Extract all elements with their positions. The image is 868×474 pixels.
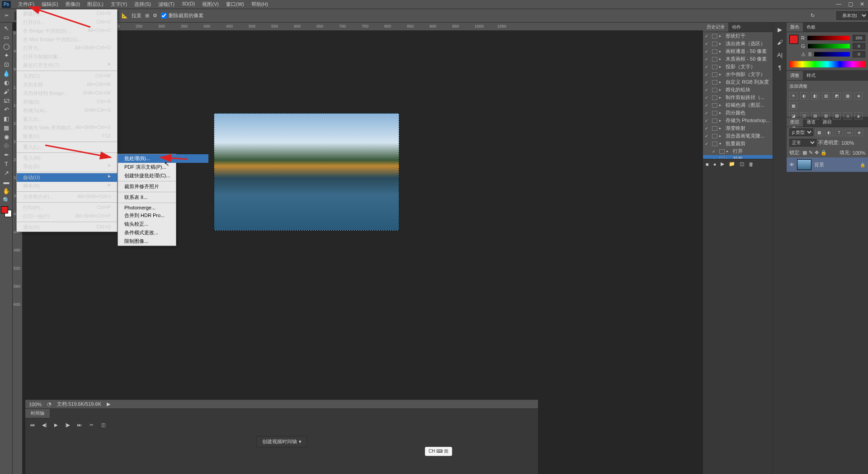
- menu-item[interactable]: 在 Mini Bridge 中浏览(G)...: [17, 35, 117, 44]
- menu-item[interactable]: 文件简介(F)...Alt+Shift+Ctrl+I: [17, 193, 117, 201]
- submenu-item[interactable]: 联系表 II...: [118, 193, 208, 202]
- action-item[interactable]: ✓▸混合器画笔克隆...: [703, 132, 773, 140]
- menu-item[interactable]: 退出(X)Ctrl+Q: [17, 223, 117, 232]
- chevron-down-icon[interactable]: ▾: [299, 439, 302, 445]
- filter-icon[interactable]: ▦: [815, 129, 823, 136]
- zoom-icon[interactable]: ◔: [47, 401, 52, 407]
- fill-value[interactable]: 100%: [853, 150, 865, 156]
- styles-tab[interactable]: 样式: [803, 71, 819, 80]
- paths-tab[interactable]: 路径: [819, 118, 835, 127]
- menu-item[interactable]: 关闭全部Alt+Ctrl+W: [17, 81, 117, 89]
- menu-item[interactable]: 新建(N)...Ctrl+N: [17, 9, 117, 18]
- foreground-color[interactable]: [1, 206, 8, 213]
- delete-crop-checkbox[interactable]: 删除裁剪的像素: [161, 12, 203, 19]
- menu-图层(L)[interactable]: 图层(L): [84, 0, 107, 9]
- adjust-icon[interactable]: ▩: [789, 102, 797, 109]
- play-icon[interactable]: ▶: [52, 421, 60, 428]
- action-item[interactable]: ✓▸木质画框 - 50 像素: [703, 55, 773, 63]
- record-icon[interactable]: ●: [713, 161, 717, 167]
- b-value[interactable]: 0: [853, 51, 865, 57]
- grid-icon[interactable]: ⊞: [145, 13, 149, 19]
- action-item[interactable]: ✓▸渐变映射: [703, 124, 773, 132]
- menu-窗口(W)[interactable]: 窗口(W): [222, 0, 248, 9]
- filter-icon[interactable]: T: [835, 129, 843, 136]
- layer-name[interactable]: 背景: [814, 161, 824, 168]
- heal-tool[interactable]: ◐: [1, 78, 12, 87]
- play-vtab-icon[interactable]: ▶: [775, 24, 785, 34]
- submenu-item[interactable]: Photomerge...: [118, 204, 208, 211]
- r-slider[interactable]: [807, 36, 850, 40]
- play-action-icon[interactable]: ▶: [721, 161, 724, 167]
- action-item[interactable]: ✓▸存储为 Photoshop...: [703, 117, 773, 124]
- action-item[interactable]: ✓▸淡出效果（选区）: [703, 40, 773, 47]
- lock-icon[interactable]: ✎: [809, 150, 813, 156]
- marquee-tool[interactable]: ▭: [1, 33, 12, 42]
- adjust-icon[interactable]: ☀: [789, 92, 797, 100]
- adjust-icon[interactable]: ◧: [811, 92, 819, 100]
- action-item[interactable]: ✓▸制作剪贴路径（...: [703, 94, 773, 101]
- history-tab[interactable]: 历史记录: [703, 23, 728, 32]
- color-spectrum[interactable]: [789, 61, 865, 67]
- menu-item[interactable]: 存储为(A)...Shift+Ctrl+S: [17, 106, 117, 115]
- lock-icon[interactable]: 🔒: [860, 162, 865, 167]
- transition-icon[interactable]: ◫: [99, 421, 107, 428]
- action-item[interactable]: ✓▸熔化的铅块: [703, 86, 773, 94]
- menu-滤镜(T)[interactable]: 滤镜(T): [155, 0, 178, 9]
- menu-帮助(H)[interactable]: 帮助(H): [248, 0, 272, 9]
- actions-tab[interactable]: 动作: [728, 23, 745, 32]
- submenu-item[interactable]: 创建快捷批处理(C)...: [118, 171, 208, 180]
- eyedropper-tool[interactable]: 💧: [1, 69, 12, 78]
- lock-icon[interactable]: ✥: [815, 150, 819, 156]
- submenu-item[interactable]: 镜头校正...: [118, 220, 208, 228]
- layer-filter-select[interactable]: ρ 类型: [789, 128, 813, 136]
- eraser-tool[interactable]: ◧: [1, 114, 12, 123]
- new-folder-icon[interactable]: 📁: [729, 161, 735, 167]
- menu-文字(Y)[interactable]: 文字(Y): [107, 0, 131, 9]
- zoom-tool[interactable]: 🔍: [1, 195, 12, 204]
- menu-文件(F)[interactable]: 文件(F): [14, 0, 38, 9]
- document-image[interactable]: [214, 113, 399, 231]
- action-subitem[interactable]: ✓▸打开: [703, 147, 773, 155]
- g-value[interactable]: 0: [853, 43, 865, 49]
- menu-图像(I)[interactable]: 图像(I): [62, 0, 84, 9]
- submenu-item[interactable]: 限制图像...: [118, 237, 208, 246]
- menu-item[interactable]: 置入(L)...: [17, 143, 117, 152]
- submenu-item[interactable]: 条件模式更改...: [118, 228, 208, 237]
- submenu-item[interactable]: 批处理(B)...: [118, 154, 208, 163]
- menu-编辑(E)[interactable]: 编辑(E): [38, 0, 62, 9]
- action-item[interactable]: ✓▸形状灯干: [703, 32, 773, 40]
- action-item[interactable]: ✓▸水中倒影（文字）: [703, 71, 773, 78]
- straighten-icon[interactable]: 📐: [122, 13, 128, 19]
- adjust-icon[interactable]: ▦: [844, 92, 852, 100]
- actions-list[interactable]: ✓▸形状灯干✓▸淡出效果（选区）✓▸画框通道 - 50 像素✓▸木质画框 - 5…: [703, 32, 773, 159]
- filter-icon[interactable]: ▭: [845, 129, 853, 136]
- move-tool[interactable]: ↖: [1, 24, 12, 33]
- action-item[interactable]: ✓▸棕褐色调（图层...: [703, 101, 773, 109]
- goto-start-icon[interactable]: ⏮: [29, 421, 36, 428]
- brush-vtab-icon[interactable]: 🖌: [775, 37, 785, 47]
- b-slider[interactable]: [814, 52, 850, 57]
- close-button[interactable]: ✕: [858, 1, 866, 7]
- layers-tab[interactable]: 图层: [787, 118, 803, 127]
- color-preview[interactable]: [789, 35, 798, 44]
- menu-item[interactable]: 恢复(V)F12: [17, 132, 117, 141]
- menu-item[interactable]: 最近打开文件(T)▶: [17, 61, 117, 70]
- chevron-right-icon[interactable]: ▶: [107, 401, 110, 407]
- pen-tool[interactable]: ✒: [1, 150, 12, 159]
- r-value[interactable]: 255: [853, 35, 865, 41]
- submenu-item[interactable]: 裁剪并修齐照片: [118, 182, 208, 191]
- reset-icon[interactable]: ↻: [811, 13, 815, 19]
- menu-item[interactable]: 脚本(R)▶: [17, 182, 117, 190]
- file-menu-dropdown[interactable]: 新建(N)...Ctrl+N打开(O)...Ctrl+O在 Bridge 中浏览…: [16, 9, 118, 232]
- dodge-tool[interactable]: ☉: [1, 141, 12, 150]
- adjust-icon[interactable]: ◈: [854, 92, 863, 100]
- submenu-item[interactable]: PDF 演示文稿(P)...: [118, 163, 208, 171]
- opacity-value[interactable]: 100%: [841, 140, 854, 146]
- new-action-icon[interactable]: ◫: [740, 161, 744, 167]
- layer-row[interactable]: 👁 背景 🔒: [787, 157, 868, 172]
- menu-item[interactable]: 存储(S)Ctrl+S: [17, 98, 117, 106]
- menu-item[interactable]: 打开为智能对象...: [17, 52, 117, 61]
- type-tool[interactable]: T: [1, 159, 12, 168]
- menu-item[interactable]: 关闭并转到 Bridge...Shift+Ctrl+W: [17, 89, 117, 98]
- action-item[interactable]: ✓▸投影（文字）: [703, 63, 773, 71]
